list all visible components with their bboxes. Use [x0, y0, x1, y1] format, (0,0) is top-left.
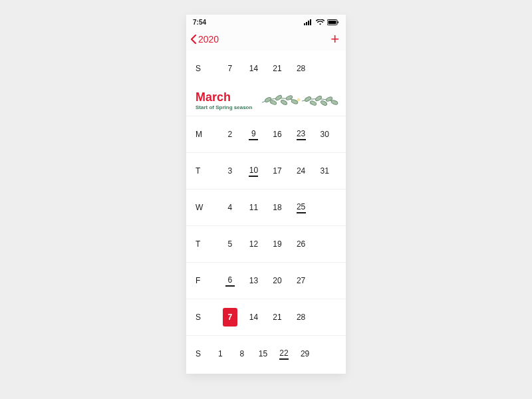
plus-icon: +: [331, 31, 339, 47]
day-cell[interactable]: [313, 199, 336, 216]
day-cell[interactable]: 31: [313, 162, 336, 180]
weekday-row-sun: S 1 8 15 22 29: [186, 336, 346, 372]
weekday-row-mon: M 2 9 16 23 30: [186, 116, 346, 153]
day-cell[interactable]: [313, 235, 336, 253]
day-cell[interactable]: 1: [218, 345, 231, 362]
day-cell[interactable]: 12: [242, 235, 266, 253]
day-cell[interactable]: [313, 309, 336, 326]
weekday-label: T: [196, 166, 218, 176]
wifi-icon: [316, 19, 325, 25]
day-cell[interactable]: 30: [313, 126, 336, 143]
day-cell[interactable]: 16: [265, 126, 289, 143]
day-cell[interactable]: 17: [265, 162, 289, 180]
month-title: March: [196, 91, 252, 103]
day-cell[interactable]: 4: [218, 199, 242, 216]
day-cell[interactable]: [313, 60, 336, 77]
day-cell[interactable]: 14: [242, 309, 266, 326]
nav-bar: 2020 +: [186, 29, 346, 51]
day-cell[interactable]: 19: [265, 235, 289, 253]
weekday-row-fri: F 6 13 20 27: [186, 263, 346, 299]
status-indicators: [304, 19, 339, 25]
day-cell[interactable]: 6: [218, 271, 242, 291]
day-cell[interactable]: 21: [265, 309, 289, 326]
back-button[interactable]: 2020: [190, 34, 219, 45]
svg-point-10: [281, 99, 288, 106]
day-cell[interactable]: 5: [218, 235, 242, 253]
weekday-row-tue: T 3 10 17 24 31: [186, 153, 346, 190]
phone-frame: 7:54: [186, 15, 346, 374]
weekday-row-wed: W 4 11 18 25: [186, 190, 346, 226]
calendar: S 7 14 21 28 March Start of Spring seaso…: [186, 51, 346, 372]
status-time: 7:54: [193, 19, 206, 26]
month-subtitle: Start of Spring season: [196, 104, 252, 110]
weekday-row-sat-top: S 7 14 21 28: [186, 51, 346, 86]
weekday-label: S: [196, 349, 218, 358]
svg-point-8: [270, 100, 277, 106]
day-cell[interactable]: 11: [242, 199, 266, 216]
day-cell[interactable]: 27: [289, 272, 313, 289]
day-cell[interactable]: 28: [289, 309, 313, 326]
day-cell[interactable]: 25: [289, 198, 313, 217]
spring-leaves-icon: [259, 90, 338, 110]
day-cell[interactable]: 18: [265, 199, 289, 216]
battery-icon: [327, 19, 339, 25]
day-cell[interactable]: 7: [218, 60, 242, 77]
day-cell[interactable]: 28: [289, 60, 313, 77]
add-button[interactable]: +: [331, 32, 339, 47]
back-label: 2020: [198, 34, 219, 45]
status-bar: 7:54: [186, 15, 346, 29]
month-banner: March Start of Spring season: [186, 86, 346, 116]
cellular-icon: [304, 19, 313, 25]
svg-rect-3: [310, 19, 311, 25]
day-cell[interactable]: 26: [289, 235, 313, 253]
day-cell[interactable]: 2: [218, 126, 242, 143]
day-cell[interactable]: 20: [265, 272, 289, 289]
svg-point-18: [331, 100, 338, 105]
chevron-left-icon: [190, 35, 197, 44]
day-cell[interactable]: 14: [242, 60, 266, 77]
svg-rect-6: [338, 21, 339, 23]
day-cell[interactable]: 9: [242, 125, 266, 144]
day-cell[interactable]: 24: [289, 162, 313, 180]
day-cell[interactable]: 22: [273, 344, 295, 364]
day-cell[interactable]: 21: [265, 60, 289, 77]
day-cell[interactable]: 3: [218, 162, 242, 180]
weekday-label: S: [196, 313, 218, 322]
day-cell[interactable]: 23: [289, 125, 313, 144]
weekday-row-thu: T 5 12 19 26: [186, 226, 346, 263]
weekday-label: M: [196, 130, 218, 139]
svg-point-14: [310, 100, 317, 106]
day-cell[interactable]: [315, 345, 336, 362]
svg-point-19: [297, 98, 301, 102]
day-cell[interactable]: 15: [253, 345, 274, 362]
day-cell[interactable]: 8: [231, 345, 253, 362]
svg-rect-0: [304, 23, 305, 25]
day-cell[interactable]: 13: [242, 272, 266, 289]
weekday-label: T: [196, 239, 218, 249]
weekday-row-sat: S 7 14 21 28: [186, 299, 346, 336]
weekday-label: S: [196, 64, 218, 73]
day-cell[interactable]: [313, 272, 336, 289]
svg-rect-1: [306, 22, 307, 25]
day-cell[interactable]: 10: [242, 162, 266, 181]
weekday-label: W: [196, 203, 218, 212]
svg-rect-5: [329, 21, 336, 24]
svg-rect-2: [308, 21, 309, 25]
weekday-label: F: [196, 276, 218, 285]
day-cell[interactable]: 29: [295, 345, 316, 362]
day-cell-selected[interactable]: 7: [218, 304, 242, 331]
